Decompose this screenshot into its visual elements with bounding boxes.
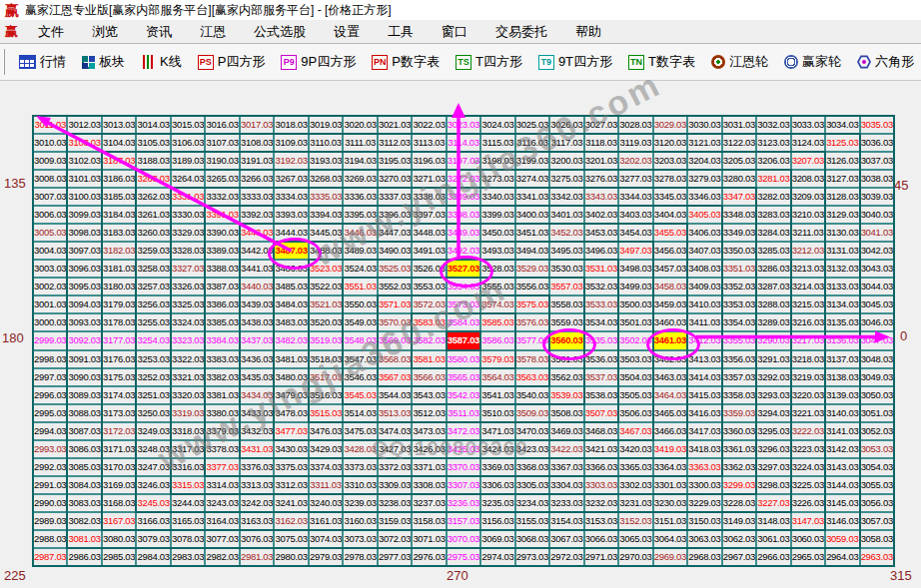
grid-cell: 3050.03 [860, 386, 894, 404]
grid-cell: 3397.03 [412, 206, 446, 224]
grid-cell: 3229.03 [687, 494, 721, 512]
grid-cell: 3578.03 [515, 350, 549, 368]
grid-cell: 3156.03 [480, 512, 514, 530]
grid-cell: 3115.03 [480, 134, 514, 152]
grid-cell: 3308.03 [412, 476, 446, 494]
grid-cell: 3334.03 [274, 188, 308, 206]
grid-cell: 3560.03 [549, 331, 583, 349]
grid-cell: 2979.03 [309, 548, 343, 566]
toolbar-button-hexagon[interactable]: 六角形 [849, 53, 921, 71]
grid-cell: 3128.03 [825, 188, 859, 206]
grid-cell: 3112.03 [378, 134, 412, 152]
grid-cell: 3219.03 [791, 368, 825, 386]
grid-cell: 3583.03 [412, 313, 446, 331]
menu-item-browse[interactable]: 浏览 [78, 23, 132, 41]
grid-cell: 3345.03 [653, 188, 687, 206]
menu-item-settings[interactable]: 设置 [320, 23, 374, 41]
grid-cell: 3337.03 [378, 188, 412, 206]
grid-cell: 3296.03 [756, 440, 790, 458]
grid-cell: 3217.03 [791, 331, 825, 349]
toolbar-grip[interactable] [3, 49, 5, 75]
grid-cell: 3127.03 [825, 170, 859, 188]
toolbar-button-quotes[interactable]: 行情 [11, 53, 74, 71]
grid-cell: 3240.03 [309, 494, 343, 512]
toolbar-button-9p-square[interactable]: P99P四方形 [273, 53, 364, 71]
grid-cell: 3500.03 [618, 295, 652, 313]
grid-cell: 3315.03 [171, 476, 205, 494]
grid-cell: 3323.03 [171, 331, 205, 349]
grid-cell: 3188.03 [136, 152, 170, 170]
grid-cell: 3338.03 [412, 188, 446, 206]
toolbar-button-sectors[interactable]: 板块 [74, 53, 133, 71]
grid-cell: 3090.03 [67, 368, 101, 386]
grid-cell: 3565.03 [447, 368, 480, 386]
grid-cell: 3571.03 [378, 295, 412, 313]
grid-cell: 3132.03 [825, 260, 859, 278]
grid-cell: 3097.03 [67, 242, 101, 260]
grid-cell: 3158.03 [412, 512, 446, 530]
grid-cell: 3031.03 [722, 116, 756, 134]
grid-cell: 3039.03 [860, 188, 894, 206]
grid-cell: 3038.03 [860, 170, 894, 188]
grid-cell: 3526.03 [412, 260, 446, 278]
grid-cell: 3024.03 [480, 116, 514, 134]
grid-cell: 3138.03 [825, 368, 859, 386]
menu-item-trade-entrust[interactable]: 交易委托 [481, 23, 561, 41]
grid-cell: 3563.03 [515, 368, 549, 386]
toolbar-button-t-number-table[interactable]: TNT数字表 [620, 53, 703, 71]
grid-cell: 3202.03 [618, 152, 652, 170]
window-title: 赢家江恩专业版[赢家内部服务平台][赢家内部服务平台] - [价格正方形] [25, 2, 392, 19]
grid-cell: 3230.03 [653, 494, 687, 512]
toolbar-button-p-number-table[interactable]: PNP数字表 [364, 53, 448, 71]
grid-cell: 3414.03 [687, 368, 721, 386]
grid-cell: 3538.03 [584, 386, 618, 404]
menu-item-gann[interactable]: 江恩 [186, 23, 240, 41]
angle-label-225: 225 [4, 568, 26, 583]
grid-cell: 3197.03 [447, 152, 480, 170]
toolbar-button-kline[interactable]: K线 [133, 53, 190, 71]
p-number-table-icon: PN [372, 55, 388, 70]
grid-cell: 3450.03 [480, 224, 514, 242]
grid-cell: 3102.03 [67, 152, 101, 170]
grid-cell: 3302.03 [618, 476, 652, 494]
toolbar-button-winner-wheel[interactable]: 赢家轮 [776, 53, 849, 71]
grid-cell: 2986.03 [67, 548, 101, 566]
menu-item-help[interactable]: 帮助 [561, 23, 615, 41]
block-square [82, 56, 88, 62]
grid-cell: 3411.03 [687, 313, 721, 331]
grid-cell: 3071.03 [412, 530, 446, 548]
menu-item-file[interactable]: 文件 [24, 23, 78, 41]
toolbar-button-t-square[interactable]: TST四方形 [448, 53, 530, 71]
grid-cell: 3368.03 [515, 458, 549, 476]
grid-cell: 3104.03 [102, 134, 136, 152]
grid-cell: 2994.03 [33, 422, 67, 440]
grid-cell: 3586.03 [480, 331, 514, 349]
grid-cell: 3461.03 [653, 331, 687, 349]
menu-item-window[interactable]: 窗口 [428, 23, 481, 41]
grid-cell: 3028.03 [618, 116, 652, 134]
grid-cell: 3154.03 [549, 512, 583, 530]
grid-cell: 3218.03 [791, 350, 825, 368]
toolbar-button-9t-square[interactable]: T99T四方形 [530, 53, 620, 71]
grid-cell: 3041.03 [860, 224, 894, 242]
menu-item-news[interactable]: 资讯 [132, 23, 186, 41]
grid-cell: 3466.03 [653, 422, 687, 440]
toolbar-button-gann-wheel[interactable]: 江恩轮 [703, 53, 776, 71]
winner-wheel-icon [784, 55, 798, 69]
grid-cell: 3080.03 [102, 530, 136, 548]
grid-cell: 2997.03 [33, 368, 67, 386]
grid-cell: 3465.03 [653, 404, 687, 422]
grid-cell: 2980.03 [274, 548, 308, 566]
menu-item-tools[interactable]: 工具 [374, 23, 428, 41]
menu-item-formula-stock-pick[interactable]: 公式选股 [240, 23, 320, 41]
grid-cell: 3113.03 [412, 134, 446, 152]
grid-cell: 3535.03 [584, 331, 618, 349]
grid-cell: 3569.03 [378, 331, 412, 349]
grid-cell: 3587.03 [447, 331, 480, 349]
grid-cell: 3332.03 [205, 188, 239, 206]
grid-cell: 3143.03 [825, 458, 859, 476]
grid-cell: 3180.03 [102, 278, 136, 295]
grid-cell: 3476.03 [309, 422, 343, 440]
grid-cell: 3045.03 [860, 295, 894, 313]
toolbar-button-p-square[interactable]: PSP四方形 [190, 53, 274, 71]
